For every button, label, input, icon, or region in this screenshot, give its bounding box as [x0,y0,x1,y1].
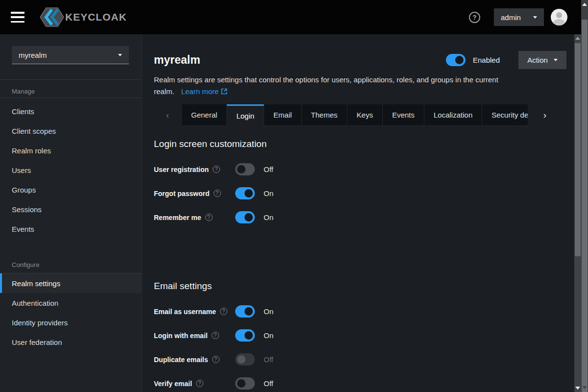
toggle-state-label: Off [264,355,273,364]
sidebar-item-groups[interactable]: Groups [0,180,142,199]
toggle-knob [245,307,253,316]
tabs-scroll-right-icon[interactable] [538,104,552,126]
login-with-email-toggle[interactable] [235,329,255,342]
action-dropdown-button[interactable]: Action [518,51,566,69]
field-label: Verify email [154,380,192,388]
toggle-knob [237,165,245,173]
scrollbar-thumb[interactable] [582,20,588,392]
section-heading-login: Login screen customization [154,139,588,149]
chevron-down-icon [554,59,558,61]
sidebar-item-sessions[interactable]: Sessions [0,199,142,219]
field-label: Email as username [154,308,216,316]
tab-themes[interactable]: Themes [302,104,347,126]
toggle-knob [245,213,253,221]
chevron-down-icon [118,54,122,56]
toggle-knob [237,379,245,388]
nav-list-manage: Clients Client scopes Realm roles Users … [0,101,142,239]
login-tab-panel: Login screen customization User registra… [142,126,588,390]
nav-group-label-manage: Manage [0,80,142,95]
scroll-down-icon[interactable] [582,386,587,389]
form-row-email-as-username: Email as username On [154,305,588,318]
help-icon[interactable] [220,308,227,315]
brand-wordmark: KEYCLOAK [65,11,127,23]
nav-list-configure: Realm settings Authentication Identity p… [0,273,142,352]
tab-keys[interactable]: Keys [347,104,383,126]
realm-selector-dropdown[interactable]: myrealm [12,46,129,64]
help-icon[interactable] [469,12,480,23]
sidebar-item-realm-settings[interactable]: Realm settings [0,273,142,293]
help-icon[interactable] [205,214,213,221]
toggle-knob [455,56,464,64]
form-row-verify-email: Verify email Off [154,377,588,390]
toggle-state-label: On [264,307,273,316]
sidebar-item-clients[interactable]: Clients [0,101,142,121]
page-scrollbar[interactable] [581,0,588,392]
field-label: Remember me [154,214,201,221]
sidebar: myrealm Manage Clients Client scopes Rea… [0,34,142,392]
chevron-down-icon [533,16,537,19]
scroll-down-icon[interactable] [575,387,580,390]
form-row-user-registration: User registration Off [154,163,588,175]
toggle-state-label: Off [264,165,273,173]
page-title: myrealm [154,53,200,67]
hamburger-menu-icon[interactable] [11,12,24,23]
field-label: Login with email [154,332,208,340]
help-icon[interactable] [196,380,203,387]
user-menu-dropdown[interactable]: admin [494,8,544,26]
form-row-login-with-email: Login with email On [154,329,588,342]
learn-more-label: Learn more [181,87,219,96]
toggle-state-label: Off [264,379,273,388]
keycloak-admin-console: KEYCLOAK admin myrealm Manage Clients [0,0,588,392]
action-label: Action [527,56,548,64]
scrollbar-thumb[interactable] [575,43,581,256]
toggle-state-label: On [264,213,273,221]
external-link-icon [221,88,227,95]
page-header: myrealm Enabled Action Realm settings ar… [142,34,588,126]
tab-general[interactable]: General [181,104,227,126]
tab-email[interactable]: Email [264,104,302,126]
nav-group-label-configure: Configure [0,253,142,268]
scroll-up-icon[interactable] [582,3,587,6]
tabs-scroll-left-icon[interactable] [154,104,181,126]
tab-bar: General Login Email Themes Keys Events L… [154,104,588,126]
header-controls: Enabled Action [446,51,566,69]
toggle-state-label: On [264,189,273,197]
sidebar-item-authentication[interactable]: Authentication [0,293,142,313]
sidebar-item-events[interactable]: Events [0,219,142,239]
topbar: KEYCLOAK admin [0,0,588,34]
sidebar-item-client-scopes[interactable]: Client scopes [0,121,142,141]
toggle-knob [245,331,253,340]
tab-events[interactable]: Events [383,104,424,126]
help-icon[interactable] [214,190,221,197]
divider [0,98,142,98]
forgot-password-toggle[interactable] [235,187,255,199]
sidebar-item-identity-providers[interactable]: Identity providers [0,313,142,332]
tab-login[interactable]: Login [227,104,264,126]
sidebar-item-users[interactable]: Users [0,160,142,180]
tab-localization[interactable]: Localization [424,104,482,126]
content-scrollbar[interactable] [574,34,581,392]
user-registration-toggle[interactable] [235,163,255,175]
help-icon[interactable] [213,166,220,173]
toggle-state-label: On [264,331,273,340]
keycloak-logo: KEYCLOAK [39,6,127,28]
keycloak-hexagon-icon [39,6,65,28]
realm-enabled-toggle[interactable] [446,54,466,66]
help-icon[interactable] [212,332,219,339]
remember-me-toggle[interactable] [235,211,255,223]
duplicate-emails-toggle [235,353,255,366]
tab-security-defenses[interactable]: Security defenses [482,104,528,126]
tabs-viewport: General Login Email Themes Keys Events L… [181,104,528,126]
sidebar-item-realm-roles[interactable]: Realm roles [0,141,142,160]
help-icon[interactable] [212,356,220,363]
toggle-knob [237,355,245,364]
scroll-up-icon[interactable] [575,37,580,40]
learn-more-link[interactable]: Learn more [181,87,228,96]
realm-description: Realm settings are settings that control… [154,74,534,98]
email-as-username-toggle[interactable] [235,305,255,318]
avatar[interactable] [551,9,567,25]
verify-email-toggle[interactable] [235,377,255,390]
field-label: User registration [154,166,209,173]
field-label: Duplicate emails [154,356,208,364]
sidebar-item-user-federation[interactable]: User federation [0,332,142,352]
